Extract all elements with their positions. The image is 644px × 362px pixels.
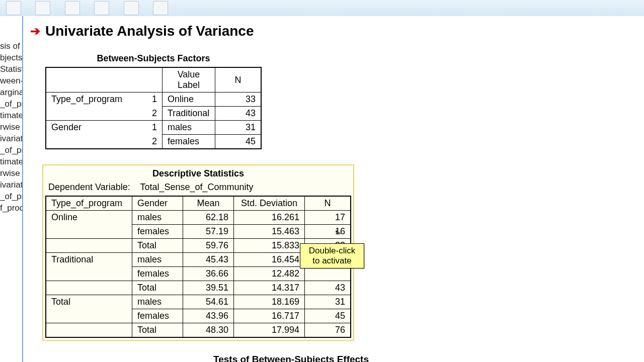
factors-blank-header xyxy=(46,67,132,93)
desc-c2: females xyxy=(132,225,183,239)
desc-n: 31 xyxy=(305,295,351,309)
outline-pane[interactable]: sis of VbjectsStatistiween-arginal_of_pr… xyxy=(0,16,23,362)
toolbar-btn-5[interactable] xyxy=(124,1,139,15)
between-subjects-factors-block[interactable]: Between-Subjects Factors Value Label N T… xyxy=(45,53,262,149)
outline-item[interactable]: rwise xyxy=(0,121,22,133)
desc-c1 xyxy=(46,225,132,239)
outline-item[interactable]: timate xyxy=(0,156,22,167)
toolbar-btn-1[interactable] xyxy=(6,1,21,15)
factors-caption: Between-Subjects Factors xyxy=(45,53,262,64)
desc-mean: 39.51 xyxy=(183,281,234,295)
desc-header-mean: Mean xyxy=(183,196,234,211)
factors-table[interactable]: Value Label N Type_of_program1Online332T… xyxy=(45,67,262,149)
desc-c2: Total xyxy=(132,281,183,295)
table-row: females36.6612.482 xyxy=(46,267,351,281)
factor-name xyxy=(46,107,132,121)
factor-value-label: Traditional xyxy=(163,107,215,121)
desc-caption: Descriptive Statistics xyxy=(45,168,351,179)
desc-n xyxy=(305,267,351,281)
table-row: females57.1915.46316 xyxy=(46,225,351,239)
section-heading: ➔ Univariate Analysis of Variance xyxy=(30,23,644,39)
factor-value-label: Online xyxy=(163,93,215,107)
factor-name xyxy=(46,135,132,149)
desc-c2: females xyxy=(132,309,183,323)
factor-name: Gender xyxy=(46,121,132,135)
dep-var: Total_Sense_of_Community xyxy=(140,182,253,192)
factor-value-label: males xyxy=(163,121,215,135)
page-title: Univariate Analysis of Variance xyxy=(45,23,254,39)
factors-header-value-label: Value Label xyxy=(163,67,215,93)
desc-c2: males xyxy=(132,211,183,225)
factor-value-label: females xyxy=(163,135,215,149)
desc-c2: Total xyxy=(132,323,183,338)
factor-n: 33 xyxy=(215,93,262,107)
desc-mean: 48.30 xyxy=(183,323,234,338)
toolbar-btn-6[interactable] xyxy=(153,1,168,15)
outline-item[interactable]: rwise xyxy=(0,167,22,179)
toolbar-btn-4[interactable] xyxy=(94,1,109,15)
outline-item[interactable]: ivariat xyxy=(0,179,22,191)
toolbar-btn-2[interactable] xyxy=(35,1,50,15)
desc-sd: 12.482 xyxy=(234,267,305,281)
desc-c1: Traditional xyxy=(46,253,132,267)
table-row: 2females45 xyxy=(46,135,261,149)
desc-mean: 54.61 xyxy=(183,295,234,309)
desc-c2: Total xyxy=(132,239,183,253)
desc-sd: 14.317 xyxy=(234,281,305,295)
factor-level: 2 xyxy=(132,135,163,149)
factor-level: 1 xyxy=(132,121,163,135)
desc-n: 17 xyxy=(305,211,351,225)
desc-mean: 43.96 xyxy=(183,309,234,323)
factors-header-n: N xyxy=(215,67,262,93)
table-row: Total48.3017.99476 xyxy=(46,323,351,338)
desc-n: 43 xyxy=(305,281,351,295)
outline-item[interactable]: _of_pr xyxy=(0,191,22,202)
arrow-right-icon: ➔ xyxy=(30,24,40,38)
desc-header-sd: Std. Deviation xyxy=(234,196,305,211)
desc-header-n: N xyxy=(305,196,351,211)
desc-c1: Online xyxy=(46,211,132,225)
desc-sd: 16.717 xyxy=(234,309,305,323)
table-row: Onlinemales62.1816.26117 xyxy=(46,211,351,225)
desc-mean: 59.76 xyxy=(183,239,234,253)
factor-level: 1 xyxy=(132,93,163,107)
outline-item[interactable]: _of_pr xyxy=(0,98,22,110)
desc-sd: 18.169 xyxy=(234,295,305,309)
desc-sd: 15.833 xyxy=(234,239,305,253)
table-row: females43.9616.71745 xyxy=(46,309,351,323)
desc-c2: males xyxy=(132,253,183,267)
outline-item[interactable]: ween- xyxy=(0,75,22,86)
outline-item[interactable]: ivariat xyxy=(0,133,22,144)
desc-sd: 16.261 xyxy=(234,211,305,225)
tests-caption: Tests of Between-Subjects Effects xyxy=(213,354,369,362)
dep-label: Dependent Variable: xyxy=(48,182,130,192)
desc-n: 45 xyxy=(305,309,351,323)
outline-item[interactable]: _of_pr xyxy=(0,144,22,156)
desc-c2: males xyxy=(132,295,183,309)
desc-c1 xyxy=(46,309,132,323)
desc-mean: 62.18 xyxy=(183,211,234,225)
dependent-variable-line: Dependent Variable: Total_Sense_of_Commu… xyxy=(48,182,351,193)
outline-item[interactable]: sis of V xyxy=(0,40,22,52)
outline-item[interactable]: Statisti xyxy=(0,63,22,75)
outline-item[interactable]: bjects xyxy=(0,52,22,63)
toolbar-btn-3[interactable] xyxy=(65,1,80,15)
outline-item[interactable]: timate xyxy=(0,110,22,121)
desc-c1 xyxy=(46,323,132,338)
table-row: Gender1males31 xyxy=(46,121,261,135)
factor-level: 2 xyxy=(132,107,163,121)
desc-mean: 36.66 xyxy=(183,267,234,281)
desc-header-c2: Gender xyxy=(132,196,183,211)
outline-item[interactable]: arginal xyxy=(0,86,22,98)
factor-n: 43 xyxy=(215,107,262,121)
desc-c1 xyxy=(46,281,132,295)
desc-sd: 17.994 xyxy=(234,323,305,338)
outline-item[interactable]: f_proc xyxy=(0,202,22,214)
desc-header-c1: Type_of_program xyxy=(46,196,132,211)
factors-blank-header2 xyxy=(132,67,163,93)
table-row: Total39.5114.31743 xyxy=(46,281,351,295)
desc-mean: 45.43 xyxy=(183,253,234,267)
desc-c1 xyxy=(46,239,132,253)
output-viewer[interactable]: ➔ Univariate Analysis of Variance Betwee… xyxy=(23,16,644,362)
factor-n: 31 xyxy=(215,121,262,135)
